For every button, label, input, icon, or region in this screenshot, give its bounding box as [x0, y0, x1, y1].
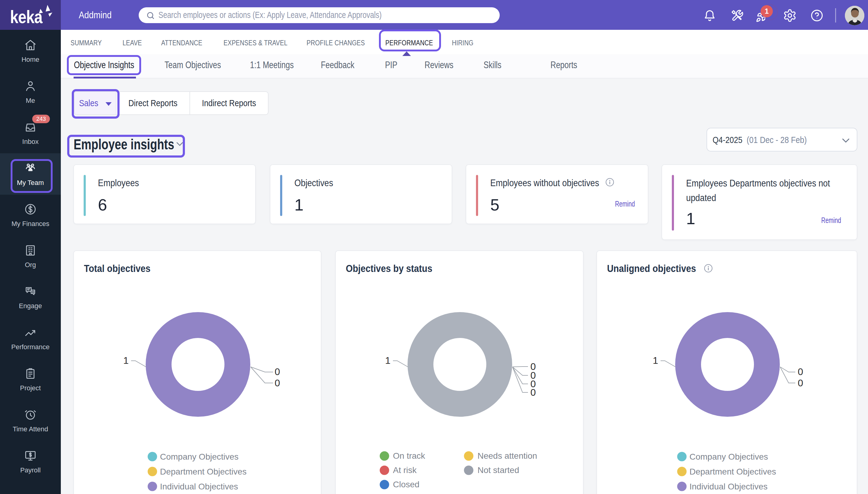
- svg-text:0: 0: [798, 378, 803, 388]
- svg-text:Department Objectives: Department Objectives: [690, 467, 776, 476]
- svg-text:On track: On track: [393, 451, 425, 460]
- svg-text:Individual Objectives: Individual Objectives: [160, 482, 238, 491]
- svg-text:At risk: At risk: [393, 466, 417, 475]
- svg-text:0: 0: [531, 387, 536, 398]
- svg-text:1: 1: [123, 355, 129, 366]
- svg-text:Not started: Not started: [478, 466, 519, 475]
- svg-text:1: 1: [653, 355, 658, 366]
- svg-text:Company Objectives: Company Objectives: [160, 452, 238, 461]
- svg-text:0: 0: [275, 378, 280, 388]
- svg-text:Closed: Closed: [393, 480, 419, 489]
- svg-text:Department Objectives: Department Objectives: [160, 467, 247, 476]
- svg-text:Company Objectives: Company Objectives: [690, 452, 768, 461]
- svg-text:0: 0: [275, 366, 280, 377]
- svg-text:1: 1: [385, 355, 390, 366]
- svg-text:keka: keka: [10, 6, 43, 27]
- svg-text:0: 0: [798, 366, 803, 377]
- svg-text:Needs attention: Needs attention: [478, 451, 537, 460]
- svg-text:Individual Objectives: Individual Objectives: [690, 482, 768, 491]
